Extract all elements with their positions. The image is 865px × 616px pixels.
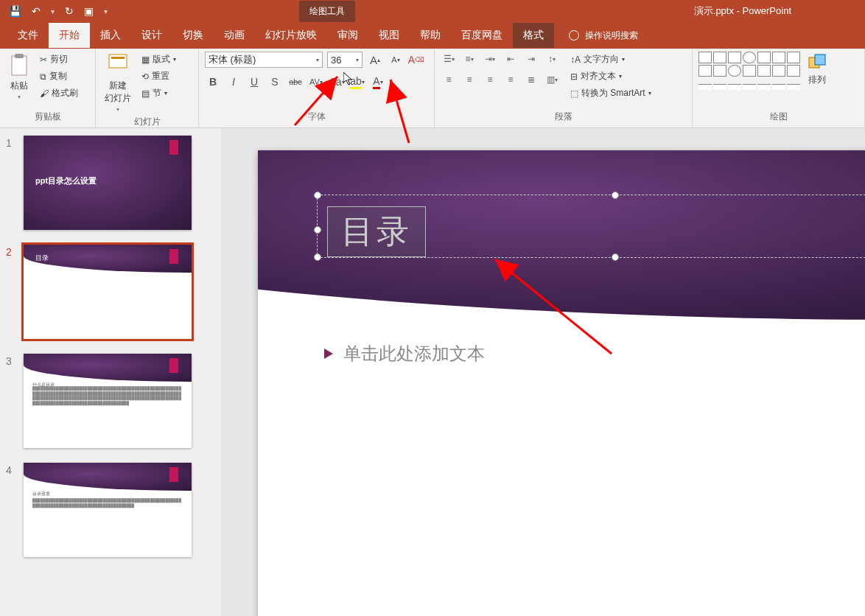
selection-handle[interactable]	[612, 253, 619, 261]
shapes-gallery[interactable]	[698, 52, 800, 90]
arrange-button[interactable]: 排列	[805, 52, 830, 88]
copy-button[interactable]: ⧉复制	[37, 69, 81, 84]
redo-icon[interactable]: ↻	[65, 5, 74, 17]
section-button[interactable]: ▤节▾	[139, 85, 179, 101]
font-size-combo[interactable]: 36 ▾	[327, 52, 363, 68]
underline-button[interactable]: U	[246, 74, 262, 90]
slide-canvas-area[interactable]: 目录 单击此处添加文本	[221, 128, 865, 616]
thumb-heading: 目录设置	[32, 491, 50, 497]
align-left-button[interactable]: ≡	[441, 72, 457, 87]
smartart-icon: ⬚	[570, 88, 578, 99]
undo-more-icon[interactable]: ▾	[51, 7, 55, 15]
slide-thumbnail-panel[interactable]: 1 ppt目录怎么设置 2 目录 3 什么是目录 ███████████████…	[0, 128, 221, 616]
thumbnail-row: 4 目录设置 █████████████████████████████████…	[6, 463, 215, 557]
paste-button[interactable]: 粘贴 ▾	[6, 52, 32, 102]
tab-view[interactable]: 视图	[368, 23, 410, 48]
decrease-indent-button[interactable]: ⇤	[502, 52, 519, 66]
clear-format-button[interactable]: A⌫	[408, 52, 424, 68]
bullets-button[interactable]: ☰▾	[441, 52, 457, 66]
text-direction-button[interactable]: ↕A文字方向▾	[567, 52, 654, 67]
tell-me-search[interactable]: 操作说明搜索	[569, 29, 638, 42]
start-slideshow-icon[interactable]: ▣	[84, 5, 94, 17]
undo-icon[interactable]: ↶	[32, 5, 41, 17]
svg-rect-5	[815, 55, 825, 65]
qat-customize-icon[interactable]: ▾	[104, 7, 108, 15]
tab-help[interactable]: 帮助	[410, 23, 451, 48]
bold-button[interactable]: B	[205, 74, 221, 90]
reset-icon: ⟲	[141, 71, 149, 82]
italic-button[interactable]: I	[225, 74, 242, 90]
font-color-button[interactable]: A▾	[370, 74, 386, 90]
new-slide-button[interactable]: 新建 幻灯片 ▾	[102, 52, 134, 114]
align-text-button[interactable]: ⊟对齐文本▾	[567, 69, 654, 84]
document-title: 演示.pptx - PowerPoint	[694, 4, 791, 18]
char-spacing-button[interactable]: AV▾	[308, 74, 324, 90]
tab-insert[interactable]: 插入	[90, 23, 131, 48]
copy-icon: ⧉	[40, 71, 46, 82]
search-label: 操作说明搜索	[585, 29, 638, 42]
slide-thumbnail-3[interactable]: 什么是目录 ██████████████████████████████████…	[24, 354, 192, 448]
clipboard-icon	[9, 53, 29, 78]
content-placeholder-text: 单击此处添加文本	[343, 342, 485, 365]
selection-handle[interactable]	[314, 253, 321, 261]
selection-handle[interactable]	[314, 226, 321, 234]
tab-slideshow[interactable]: 幻灯片放映	[255, 23, 327, 48]
change-case-button[interactable]: Aa▾	[329, 74, 345, 90]
save-icon[interactable]: 💾	[9, 5, 21, 17]
slide-number: 1	[6, 136, 16, 149]
slide-thumbnail-1[interactable]: ppt目录怎么设置	[24, 136, 192, 230]
quick-access-toolbar: 💾 ↶ ▾ ↻ ▣ ▾	[0, 5, 108, 17]
columns-button[interactable]: ▥▾	[544, 72, 560, 87]
contextual-tab-drawing-tools: 绘图工具	[299, 1, 355, 22]
distribute-button[interactable]: ≣	[523, 72, 539, 87]
strikethrough-button[interactable]: abc	[287, 74, 304, 90]
group-drawing: 排列 绘图	[693, 49, 865, 127]
selection-handle[interactable]	[314, 192, 321, 199]
reset-button[interactable]: ⟲重置	[139, 69, 179, 84]
tab-review[interactable]: 审阅	[327, 23, 368, 48]
tab-home[interactable]: 开始	[49, 23, 90, 48]
tab-file[interactable]: 文件	[7, 23, 49, 48]
tab-baidu[interactable]: 百度网盘	[451, 23, 513, 48]
list-level-button[interactable]: ⇥▾	[482, 52, 498, 66]
grow-font-button[interactable]: A▴	[367, 52, 383, 68]
bookmark-icon	[169, 140, 178, 155]
title-text-selected[interactable]: 目录	[327, 206, 426, 257]
group-paragraph: ☰▾ ≡▾ ⇥▾ ⇤ ⇥ ↕▾ ≡ ≡ ≡ ≡ ≣ ▥▾ ↕A文字方向▾	[435, 49, 693, 127]
slide[interactable]: 目录 单击此处添加文本	[258, 150, 865, 616]
slide-thumbnail-4[interactable]: 目录设置 ███████████████████████████████████…	[24, 463, 192, 557]
justify-button[interactable]: ≡	[502, 72, 519, 87]
font-name-value: 宋体 (标题)	[209, 53, 256, 66]
cut-button[interactable]: ✂剪切	[37, 52, 81, 67]
layout-button[interactable]: ▦版式▾	[139, 52, 179, 67]
ribbon: 粘贴 ▾ ✂剪切 ⧉复制 🖌格式刷 剪贴板 新建 幻灯片 ▾ ▦版式▾ ⟲重置 …	[0, 49, 865, 128]
format-painter-button[interactable]: 🖌格式刷	[37, 85, 81, 101]
slide-number: 4	[6, 463, 16, 476]
tab-transitions[interactable]: 切换	[172, 23, 214, 48]
group-clipboard: 粘贴 ▾ ✂剪切 ⧉复制 🖌格式刷 剪贴板	[0, 49, 96, 127]
tab-animations[interactable]: 动画	[214, 23, 255, 48]
content-placeholder[interactable]: 单击此处添加文本	[324, 342, 865, 616]
thumb-title: 目录	[35, 253, 49, 263]
selection-handle[interactable]	[612, 192, 619, 199]
thumb-title: ppt目录怎么设置	[35, 175, 97, 186]
numbering-button[interactable]: ≡▾	[461, 52, 477, 66]
shrink-font-button[interactable]: A▾	[388, 52, 404, 68]
align-center-button[interactable]: ≡	[461, 72, 477, 87]
thumbnail-row: 2 目录	[6, 245, 215, 339]
ribbon-tabs: 文件 开始 插入 设计 切换 动画 幻灯片放映 审阅 视图 帮助 百度网盘 格式…	[0, 22, 865, 49]
thumbnail-row: 1 ppt目录怎么设置	[6, 136, 215, 230]
tab-format[interactable]: 格式	[513, 23, 554, 48]
svg-rect-1	[15, 54, 24, 58]
scissors-icon: ✂	[40, 55, 47, 65]
font-name-combo[interactable]: 宋体 (标题) ▾	[205, 52, 323, 68]
slide-thumbnail-2[interactable]: 目录	[24, 245, 192, 339]
increase-indent-button[interactable]: ⇥	[523, 52, 539, 66]
align-right-button[interactable]: ≡	[482, 72, 498, 87]
line-spacing-button[interactable]: ↕▾	[544, 52, 560, 66]
group-label: 字体	[205, 109, 428, 125]
convert-smartart-button[interactable]: ⬚转换为 SmartArt▾	[567, 85, 654, 101]
tab-design[interactable]: 设计	[131, 23, 172, 48]
font-size-value: 36	[331, 55, 341, 66]
shadow-button[interactable]: S	[267, 74, 283, 90]
